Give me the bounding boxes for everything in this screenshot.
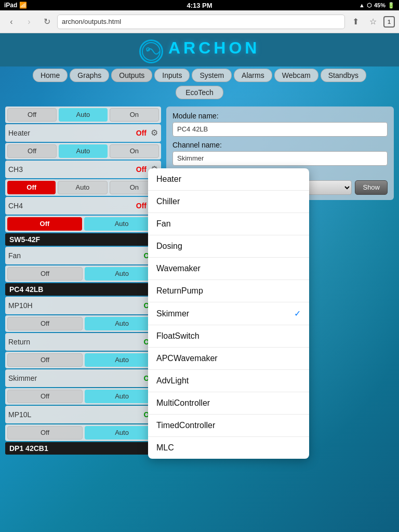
control-buttons-row4: Off Auto: [5, 216, 161, 232]
show-button[interactable]: Show: [355, 180, 388, 195]
mp10l-label: MP10L: [8, 410, 144, 419]
carrier-label: iPad: [4, 2, 17, 9]
module-name-input[interactable]: [172, 122, 388, 137]
logo-area: ARCHON: [0, 33, 399, 66]
back-button[interactable]: ‹: [4, 15, 19, 29]
off-red-button-row3[interactable]: Off: [7, 181, 56, 194]
url-text: archon/outputs.html: [62, 18, 121, 25]
share-button[interactable]: ⬆: [348, 15, 363, 29]
off-red-button-row4[interactable]: Off: [7, 217, 82, 231]
on-button-row1[interactable]: On: [110, 108, 159, 122]
nav-home[interactable]: Home: [33, 69, 68, 82]
status-bar: iPad 📶 4:13 PM ▲ ⬡ 45% 🔋: [0, 0, 399, 10]
time-display: 4:13 PM: [187, 2, 212, 9]
dropdown-item-dosing-label: Dosing: [156, 242, 182, 251]
nav-inputs[interactable]: Inputs: [154, 69, 190, 82]
reload-button[interactable]: ↻: [39, 15, 54, 29]
dropdown-item-returnpump-label: ReturnPump: [156, 286, 203, 296]
skimmer-control-row: Skimmer On: [5, 369, 161, 387]
url-bar[interactable]: archon/outputs.html: [57, 15, 345, 29]
dropdown-item-fan[interactable]: Fan: [148, 213, 309, 235]
ch3-label: CH3: [8, 165, 136, 174]
mp10l-control-row: MP10L On: [5, 406, 161, 423]
left-panel: Off Auto On Heater Off ⚙ Off Auto On CH3…: [5, 107, 161, 456]
dropdown-item-heater[interactable]: Heater: [148, 168, 309, 191]
off-button-row2[interactable]: Off: [7, 144, 57, 158]
logo-circle-icon: [139, 39, 163, 63]
channel-name-label: Channel name:: [172, 141, 388, 149]
status-left: iPad 📶: [4, 2, 27, 9]
signal-icon: ▲: [359, 2, 365, 8]
dropdown-item-multicontroller[interactable]: MultiController: [148, 392, 309, 415]
control-buttons-row3: Off Auto On: [5, 179, 161, 196]
nav-ecotech[interactable]: EcoTech: [176, 86, 223, 99]
dropdown-item-floatswitch[interactable]: FloatSwitch: [148, 325, 309, 348]
dropdown-item-advlight[interactable]: AdvLight: [148, 370, 309, 392]
dropdown-item-timedcontroller-label: TimedController: [156, 421, 215, 430]
page-content: ARCHON Home Graphs Outputs Inputs System…: [0, 33, 399, 532]
dropdown-item-dosing[interactable]: Dosing: [148, 235, 309, 258]
off-button-row5[interactable]: Off: [7, 267, 83, 281]
off-button-row1[interactable]: Off: [7, 108, 57, 122]
dropdown-item-returnpump[interactable]: ReturnPump: [148, 280, 309, 302]
nav-webcam[interactable]: Webcam: [274, 69, 318, 82]
auto-button-row2[interactable]: Auto: [59, 144, 107, 158]
dropdown-item-heater-label: Heater: [156, 175, 181, 184]
bookmark-button[interactable]: ☆: [366, 15, 380, 29]
dropdown-item-chiller-label: Chiller: [156, 197, 180, 206]
control-buttons-row8: Off Auto: [5, 388, 161, 405]
nav-system[interactable]: System: [192, 69, 232, 82]
dropdown-item-advlight-label: AdvLight: [156, 376, 189, 385]
dropdown-item-timedcontroller[interactable]: TimedController: [148, 415, 309, 437]
nav-graphs[interactable]: Graphs: [70, 69, 109, 82]
control-buttons-row9: Off Auto: [5, 424, 161, 441]
svg-point-0: [142, 43, 160, 60]
off-button-row7[interactable]: Off: [7, 353, 83, 367]
nav-bar: Home Graphs Outputs Inputs System Alarms…: [0, 66, 399, 85]
skimmer-checkmark-icon: ✓: [294, 309, 301, 318]
channel-name-input[interactable]: [172, 151, 388, 166]
tab-badge[interactable]: 1: [383, 16, 395, 28]
ch3-control-row: CH3 Off ⚙: [5, 161, 161, 178]
ch4-label: CH4: [8, 202, 136, 210]
dropdown-item-skimmer[interactable]: Skimmer ✓: [148, 302, 309, 325]
ch4-status: Off: [136, 202, 147, 210]
control-buttons-row2: Off Auto On: [5, 143, 161, 159]
nav-alarms[interactable]: Alarms: [234, 69, 272, 82]
skimmer-label: Skimmer: [8, 374, 144, 382]
control-buttons-row6: Off Auto: [5, 315, 161, 332]
dropdown-item-skimmer-label: Skimmer: [156, 309, 189, 318]
dp1-42cb1-header: DP1 42CB1: [5, 442, 161, 455]
dropdown-item-wavemaker[interactable]: Wavemaker: [148, 258, 309, 280]
module-name-label: Module name:: [172, 112, 388, 120]
auto-button-row1[interactable]: Auto: [59, 108, 107, 122]
battery-icon: 🔋: [388, 2, 395, 9]
off-button-row6[interactable]: Off: [7, 317, 83, 330]
status-right: ▲ ⬡ 45% 🔋: [359, 2, 395, 9]
dropdown-item-apcwavemaker[interactable]: APCWavemaker: [148, 348, 309, 370]
heater-gear-icon[interactable]: ⚙: [151, 128, 158, 138]
browser-bar: ‹ › ↻ archon/outputs.html ⬆ ☆ 1: [0, 10, 399, 33]
auto-button-row3[interactable]: Auto: [58, 181, 107, 194]
dropdown-item-mlc-label: MLC: [156, 443, 174, 453]
fan-control-row: Fan On: [5, 247, 161, 264]
dropdown-item-multicontroller-label: MultiController: [156, 398, 210, 408]
nav-outputs[interactable]: Outputs: [111, 69, 152, 82]
fan-label: Fan: [8, 251, 144, 260]
return-label: Return: [8, 338, 144, 346]
off-button-row9[interactable]: Off: [7, 426, 83, 440]
off-button-row8[interactable]: Off: [7, 390, 83, 403]
ch3-status: Off: [136, 165, 147, 174]
heater-label: Heater: [8, 129, 136, 137]
dropdown-item-mlc[interactable]: MLC: [148, 437, 309, 459]
pc4-42lb-header: PC4 42LB: [5, 283, 161, 296]
nav-standbys[interactable]: Standbys: [321, 69, 366, 82]
forward-button[interactable]: ›: [22, 15, 36, 29]
dropdown-item-wavemaker-label: Wavemaker: [156, 264, 201, 273]
wifi-icon: 📶: [19, 2, 27, 9]
return-control-row: Return On: [5, 333, 161, 351]
battery-label: 45%: [374, 2, 385, 8]
on-button-row2[interactable]: On: [110, 144, 159, 158]
dropdown-item-chiller[interactable]: Chiller: [148, 191, 309, 213]
ch4-control-row: CH4 Off ⚙: [5, 197, 161, 215]
